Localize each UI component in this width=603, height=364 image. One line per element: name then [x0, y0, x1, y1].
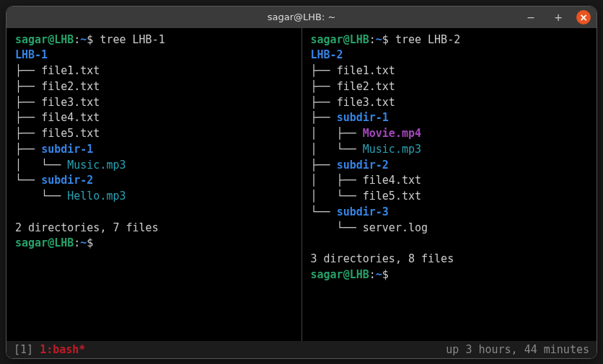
maximize-button[interactable]: + — [549, 9, 568, 25]
tree-branch: │ └── — [311, 190, 363, 203]
terminal-window: sagar@LHB: ~ − + × sagar@LHB:~$ tree LHB… — [6, 6, 597, 359]
prompt-user: sagar — [15, 33, 48, 46]
prompt-dollar: $ — [382, 268, 389, 281]
tree-line: └── server.log — [311, 221, 590, 236]
tree-branch: │ ├── — [311, 174, 363, 187]
session-name: 1:bash* — [40, 343, 85, 356]
tree-branch: ├── — [15, 64, 41, 77]
minimize-button[interactable]: − — [521, 9, 540, 25]
tree-entry: subdir-1 — [337, 111, 389, 124]
tmux-statusbar: [1] 1:bash* up 3 hours, 44 minutes — [6, 341, 597, 358]
tree-entry: file4.txt — [41, 111, 100, 124]
prompt-path: ~ — [80, 236, 87, 249]
prompt-host: LHB — [54, 33, 74, 46]
tree-line: ├── file2.txt — [311, 79, 590, 95]
tree-entry: file1.txt — [41, 64, 100, 77]
left-pane[interactable]: sagar@LHB:~$ tree LHB-1LHB-1├── file1.tx… — [6, 28, 302, 341]
tree-entry: subdir-2 — [41, 174, 93, 187]
command-text: tree LHB-1 — [100, 33, 164, 46]
tree-entry: subdir-2 — [337, 159, 389, 172]
tree-line: └── subdir-2 — [15, 173, 294, 189]
tree-summary: 2 directories, 7 files — [15, 221, 294, 236]
tree-line: ├── file4.txt — [15, 110, 294, 126]
prompt-colon: : — [369, 268, 376, 281]
tree-line: ├── subdir-1 — [15, 142, 294, 158]
tree-entry: subdir-3 — [337, 205, 389, 218]
close-button[interactable]: × — [576, 10, 591, 25]
command-line: sagar@LHB:~$ — [311, 267, 590, 283]
tree-branch: ├── — [15, 96, 41, 109]
prompt-host: LHB — [350, 33, 369, 46]
tree-line: ├── file1.txt — [15, 63, 294, 79]
tree-branch: └── — [15, 190, 67, 203]
tree-entry: Music.mp3 — [67, 159, 126, 172]
prompt-dollar: $ — [382, 33, 389, 46]
prompt-dollar: $ — [87, 236, 93, 249]
blank-line — [15, 205, 294, 221]
prompt-at: @ — [48, 236, 54, 249]
tree-branch: │ └── — [311, 143, 363, 156]
status-left: [1] 1:bash* — [14, 343, 85, 356]
tree-line: ├── subdir-1 — [311, 110, 590, 126]
tree-line: ├── file5.txt — [15, 126, 294, 142]
tree-branch: ├── — [311, 96, 337, 109]
tree-summary: 3 directories, 8 files — [311, 252, 590, 267]
tree-line: ├── file3.txt — [311, 95, 590, 111]
prompt-path: ~ — [376, 268, 382, 281]
tree-line: ├── file1.txt — [311, 63, 590, 79]
tree-line: └── Hello.mp3 — [15, 189, 294, 205]
prompt-colon: : — [74, 33, 80, 46]
tree-entry: file1.txt — [337, 64, 395, 77]
tree-branch: └── — [311, 205, 337, 218]
window-title: sagar@LHB: ~ — [268, 12, 336, 22]
tree-branch: ├── — [15, 143, 41, 156]
tree-branch: │ ├── — [311, 127, 363, 140]
prompt-at: @ — [343, 268, 350, 281]
command-line: sagar@LHB:~$ tree LHB-2 — [311, 32, 590, 48]
tree-line: │ └── file5.txt — [311, 189, 590, 205]
tree-line: │ └── Music.mp3 — [311, 142, 590, 158]
status-uptime: up 3 hours, 44 minutes — [446, 343, 589, 356]
tree-line: ├── subdir-2 — [311, 158, 590, 174]
command-line: sagar@LHB:~$ tree LHB-1 — [15, 32, 294, 48]
prompt-dollar: $ — [87, 33, 93, 46]
prompt-colon: : — [74, 236, 80, 249]
tree-branch: ├── — [15, 127, 41, 140]
prompt-path: ~ — [376, 33, 382, 46]
tree-branch: ├── — [311, 80, 337, 93]
tree-entry: file5.txt — [41, 127, 100, 140]
tree-branch: │ └── — [15, 159, 67, 172]
right-pane[interactable]: sagar@LHB:~$ tree LHB-2LHB-2├── file1.tx… — [302, 28, 597, 341]
prompt-at: @ — [48, 33, 54, 46]
tree-entry: file3.txt — [337, 96, 395, 109]
prompt-host: LHB — [350, 268, 369, 281]
tree-entry: file2.txt — [337, 80, 395, 93]
titlebar: sagar@LHB: ~ − + × — [6, 6, 597, 28]
tree-branch: ├── — [311, 64, 337, 77]
tree-line: ├── file3.txt — [15, 95, 294, 111]
command-line: sagar@LHB:~$ — [15, 236, 294, 252]
tree-entry: file3.txt — [41, 96, 100, 109]
tree-line: └── subdir-3 — [311, 205, 590, 221]
terminal-body[interactable]: sagar@LHB:~$ tree LHB-1LHB-1├── file1.tx… — [6, 28, 597, 341]
tree-root: LHB-2 — [311, 48, 590, 63]
tree-branch: ├── — [311, 159, 337, 172]
tree-entry: Movie.mp4 — [363, 127, 421, 140]
tree-line: ├── file2.txt — [15, 79, 294, 95]
prompt-colon: : — [369, 33, 376, 46]
blank-line — [311, 236, 590, 252]
tree-line: │ ├── file4.txt — [311, 173, 590, 189]
window-controls: − + × — [521, 9, 591, 25]
prompt-user: sagar — [311, 268, 343, 281]
tree-entry: subdir-1 — [41, 143, 93, 156]
window-index: [1] — [14, 343, 40, 356]
tree-branch: ├── — [15, 111, 41, 124]
tree-branch: ├── — [15, 80, 41, 93]
command-text: tree LHB-2 — [395, 33, 460, 46]
tree-entry: Hello.mp3 — [67, 190, 126, 203]
prompt-user: sagar — [15, 236, 48, 249]
prompt-at: @ — [343, 33, 350, 46]
prompt-host: LHB — [54, 236, 74, 249]
prompt-user: sagar — [311, 33, 343, 46]
tree-entry: file5.txt — [363, 190, 421, 203]
